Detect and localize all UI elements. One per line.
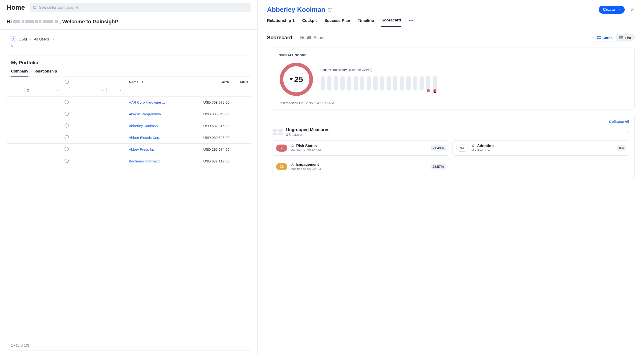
filter-arr-value: = (72, 88, 74, 92)
measure-card[interactable]: 7Risk StatusModified on 5/19/202471.43% (272, 140, 449, 156)
filter-value[interactable]: All Users (34, 37, 49, 41)
chevron-down-icon (119, 89, 122, 92)
score-history-bars (320, 75, 623, 91)
welcome-prefix: Hi (6, 18, 12, 25)
chevron-up-icon[interactable] (625, 130, 629, 134)
arr-value: USD 872,119.00 (186, 155, 232, 167)
svg-point-14 (620, 37, 620, 38)
tab-relationship-1[interactable]: Relationship-1 (267, 18, 295, 26)
history-dot (426, 89, 430, 92)
tab-company[interactable]: Company (11, 69, 28, 76)
measure-weight: 28.57% (430, 164, 446, 169)
arr-value: USD 296,674.00 (186, 144, 232, 155)
row-radio[interactable] (64, 135, 69, 139)
tab-scorecard[interactable]: Scorecard (381, 18, 401, 26)
arr-value: USD 385,343.00 (186, 108, 232, 120)
measure-modified: Modified on 5/19/2024 (291, 149, 428, 152)
overall-score-label: OVERALL SCORE (279, 53, 623, 57)
filter-name-value: C (27, 88, 29, 92)
panel-tabs: Relationship-1CockpitSuccess PlanTimelin… (258, 17, 644, 27)
company-name-link[interactable]: Abberley Kooiman (126, 120, 186, 132)
row-radio[interactable] (64, 112, 69, 116)
sort-asc-icon (141, 80, 144, 84)
view-cards-button[interactable]: Cards (594, 34, 616, 41)
pagination-text: 1 - 25 of 132 (7, 341, 251, 347)
row-radio[interactable] (64, 159, 69, 163)
redacted-name (13, 20, 58, 23)
table-row[interactable]: Abacus Programmin...USD 385,343.00 (7, 108, 251, 120)
svg-rect-9 (599, 38, 600, 39)
company-name-link[interactable]: Abacus Programmin... (126, 108, 186, 120)
svg-point-19 (292, 163, 293, 165)
breadcrumb-secondary[interactable]: Health Score (300, 35, 324, 40)
search-placeholder: Search for Company, R (39, 5, 78, 10)
company-name-link[interactable]: Abbett Electric Corp (126, 132, 186, 144)
history-bar (433, 76, 437, 91)
row-radio[interactable] (64, 147, 69, 151)
panel-title[interactable]: Abberley Kooiman (267, 6, 325, 13)
view-toggle: Cards List (593, 34, 634, 41)
view-cards-label: Cards (602, 36, 613, 40)
company-name-link[interactable]: Abbey Press Inc (126, 144, 186, 155)
collapse-all-button[interactable]: Collapse All (272, 120, 629, 124)
history-bar (340, 76, 344, 91)
company-name-link[interactable]: Bachman Informatio... (126, 155, 186, 167)
chevron-down-icon (101, 89, 104, 92)
table-row[interactable]: Abberley KooimanUSD 632,815.00 (7, 120, 251, 132)
right-pane: Abberley Kooiman Create Relationship-1Co… (258, 0, 644, 355)
view-list-label: List (625, 36, 631, 40)
table-row[interactable]: AAR Corp Hardware ...USD 769,078.00 (7, 96, 251, 108)
tab-relationship[interactable]: Relationship (34, 69, 57, 76)
measure-name: Engagement (296, 162, 319, 167)
svg-line-3 (329, 8, 331, 10)
svg-rect-8 (597, 38, 598, 39)
close-icon[interactable] (630, 7, 634, 12)
filter-mrr-input[interactable]: = (114, 87, 124, 94)
table-row[interactable]: Abbey Press IncUSD 296,674.00 (7, 144, 251, 155)
chevron-down-icon[interactable] (51, 37, 56, 41)
col-name[interactable]: Name (129, 80, 144, 84)
measure-score-badge: 71 (276, 163, 287, 170)
filter-role[interactable]: CSM (18, 37, 27, 41)
tab-success-plan[interactable]: Success Plan (324, 18, 350, 26)
filter-tag[interactable]: A (10, 36, 16, 42)
filter-arr-input[interactable]: = (69, 87, 107, 94)
list-icon (619, 35, 623, 40)
create-label: Create (603, 7, 615, 12)
group-subtitle: 3 Measures (286, 133, 330, 137)
tab-timeline[interactable]: Timeline (358, 18, 374, 26)
history-bar (426, 76, 430, 91)
tab-more-icon[interactable]: ••• (409, 18, 414, 26)
page-title: Home (6, 4, 25, 11)
col-mrr[interactable]: MRR (232, 77, 251, 86)
history-bar (320, 76, 325, 91)
filter-card: A CSM = All Users A (6, 33, 251, 51)
measure-modified: Modified on --.. (471, 149, 614, 152)
measure-name: Risk Status (296, 144, 317, 148)
history-bar (354, 76, 358, 91)
filter-name-input[interactable]: C (24, 87, 62, 94)
measure-card[interactable]: NAAdoptionModified on --..0% (452, 140, 629, 156)
measure-card[interactable]: 71EngagementModified on 5/19/202428.57% (272, 159, 449, 174)
view-list-button[interactable]: List (616, 34, 634, 41)
create-button[interactable]: Create (599, 6, 625, 14)
group-icon (272, 129, 283, 135)
current-marker-icon (434, 91, 436, 93)
svg-point-17 (292, 145, 293, 146)
measure-score-badge: NA (456, 145, 468, 152)
select-all-radio[interactable] (64, 79, 69, 84)
col-arr[interactable]: ARR (186, 77, 232, 86)
person-icon (471, 144, 475, 148)
table-row[interactable]: Bachman Informatio...USD 872,119.00 (7, 155, 251, 167)
global-search[interactable]: Search for Company, R (30, 3, 251, 12)
measure-modified: Modified on 5/19/2024 (291, 167, 428, 171)
open-external-icon[interactable] (328, 7, 332, 12)
filter-mrr-value: = (116, 88, 117, 92)
company-name-link[interactable]: AAR Corp Hardware ... (126, 96, 186, 108)
row-radio[interactable] (64, 100, 69, 104)
history-bar (380, 76, 384, 91)
tab-cockpit[interactable]: Cockpit (302, 18, 317, 26)
cards-icon (597, 35, 601, 40)
table-row[interactable]: Abbett Electric CorpUSD 930,898.00 (7, 132, 251, 144)
row-radio[interactable] (64, 123, 69, 128)
